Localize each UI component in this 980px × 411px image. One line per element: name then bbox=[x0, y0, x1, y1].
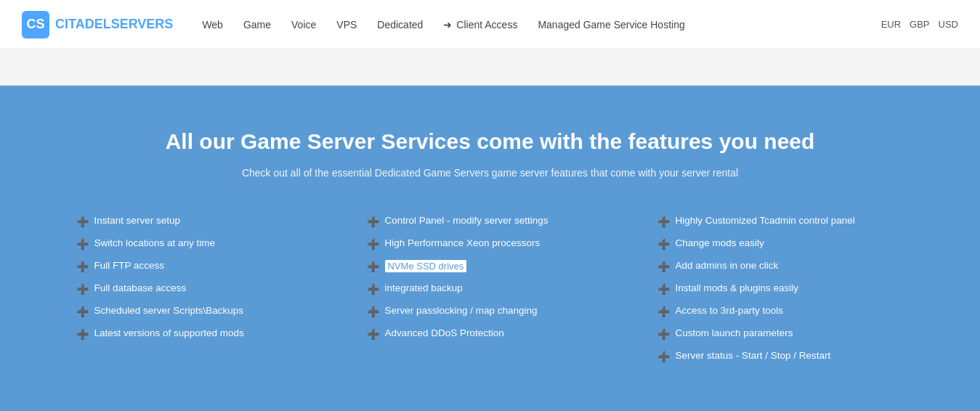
list-item: ➕ Highly Customized Tcadmin control pane… bbox=[657, 215, 904, 227]
client-access-arrow-icon: ➜ bbox=[443, 19, 452, 30]
list-item: ➕ NVMe SSD drives bbox=[367, 260, 614, 272]
feature-label: Switch locations at any time bbox=[94, 237, 216, 248]
list-item: ➕ integrated backup bbox=[367, 282, 614, 295]
feature-label: Custom launch parameters bbox=[676, 327, 793, 338]
list-item: ➕ Custom launch parameters bbox=[657, 327, 904, 340]
feature-label: integrated backup bbox=[385, 282, 463, 293]
list-item: ➕ Full FTP access bbox=[76, 260, 323, 272]
nav-link-game[interactable]: Game bbox=[243, 19, 271, 30]
list-item: ➕ Latest versions of supported mods bbox=[76, 327, 323, 340]
feature-label: Access to 3rd-party tools bbox=[676, 305, 784, 316]
plus-icon: ➕ bbox=[76, 328, 89, 340]
nav-link-web[interactable]: Web bbox=[202, 19, 223, 30]
feature-label: Change mods easily bbox=[676, 237, 764, 248]
nav-left: CS CITADELSERVERS Web Game Voice VPS Ded… bbox=[22, 11, 685, 38]
plus-icon: ➕ bbox=[76, 306, 89, 317]
list-item: ➕ Control Panel - modify server settings bbox=[367, 215, 614, 227]
feature-label: Instant server setup bbox=[94, 215, 181, 226]
nav-currency-group: EUR GBP USD bbox=[881, 19, 958, 30]
features-col-1: ➕ Instant server setup ➕ Switch location… bbox=[54, 215, 345, 373]
features-col-3: ➕ Highly Customized Tcadmin control pane… bbox=[636, 215, 926, 373]
plus-icon: ➕ bbox=[657, 328, 670, 340]
hero-subtitle: Check out all of the essential Dedicated… bbox=[15, 167, 965, 179]
nav-links: Web Game Voice VPS Dedicated ➜ Client Ac… bbox=[202, 19, 684, 30]
features-grid: ➕ Instant server setup ➕ Switch location… bbox=[54, 215, 926, 373]
logo-text: CITADELSERVERS bbox=[55, 17, 173, 32]
feature-label: Scheduled server Scripts\Backups bbox=[94, 305, 244, 316]
logo-icon: CS bbox=[22, 11, 49, 38]
feature-label: Control Panel - modify server settings bbox=[385, 215, 548, 226]
nav-link-voice[interactable]: Voice bbox=[291, 19, 316, 30]
list-item: ➕ Install mods & plugins easily bbox=[657, 282, 904, 295]
client-access-label: Client Access bbox=[456, 19, 517, 30]
list-item: ➕ Access to 3rd-party tools bbox=[657, 305, 904, 317]
feature-label: Latest versions of supported mods bbox=[94, 327, 244, 338]
currency-gbp[interactable]: GBP bbox=[910, 19, 929, 30]
feature-label: Install mods & plugins easily bbox=[676, 282, 799, 293]
list-item: ➕ Advanced DDoS Protection bbox=[367, 327, 614, 340]
gray-bar bbox=[0, 49, 980, 86]
plus-icon: ➕ bbox=[76, 283, 89, 295]
plus-icon: ➕ bbox=[367, 283, 379, 295]
list-item: ➕ Add admins in one click bbox=[657, 260, 904, 272]
nav-link-dedicated[interactable]: Dedicated bbox=[377, 19, 423, 30]
feature-label: Full database access bbox=[94, 282, 187, 293]
feature-label: Advanced DDoS Protection bbox=[385, 327, 504, 338]
plus-icon: ➕ bbox=[367, 306, 379, 317]
feature-label: Server passlocking / map changing bbox=[385, 305, 538, 316]
feature-label: Full FTP access bbox=[94, 260, 165, 271]
nvme-highlight: NVMe SSD drives bbox=[385, 260, 467, 272]
nav-link-managed[interactable]: Managed Game Service Hosting bbox=[538, 19, 684, 30]
list-item: ➕ Instant server setup bbox=[76, 215, 323, 227]
nav-link-vps[interactable]: VPS bbox=[336, 19, 357, 30]
list-item: ➕ Switch locations at any time bbox=[76, 237, 323, 250]
list-item: ➕ Change mods easily bbox=[657, 237, 904, 250]
plus-icon: ➕ bbox=[657, 238, 670, 250]
plus-icon: ➕ bbox=[76, 216, 89, 227]
plus-icon: ➕ bbox=[657, 261, 670, 272]
plus-icon: ➕ bbox=[367, 328, 379, 340]
plus-icon: ➕ bbox=[657, 283, 670, 295]
nav-link-client-access[interactable]: ➜ Client Access bbox=[443, 19, 517, 30]
feature-label: High Performance Xeon processors bbox=[385, 237, 540, 248]
logo-citadel: CITADEL bbox=[55, 17, 111, 31]
currency-eur[interactable]: EUR bbox=[881, 19, 901, 30]
plus-icon: ➕ bbox=[76, 238, 89, 250]
feature-label: Server status - Start / Stop / Restart bbox=[676, 350, 831, 361]
list-item: ➕ High Performance Xeon processors bbox=[367, 237, 614, 250]
feature-label: Highly Customized Tcadmin control panel bbox=[676, 215, 855, 226]
list-item: ➕ Server status - Start / Stop / Restart bbox=[657, 350, 904, 362]
list-item: ➕ Server passlocking / map changing bbox=[367, 305, 614, 317]
hero-title: All our Game Server Services come with t… bbox=[15, 129, 965, 154]
plus-icon: ➕ bbox=[76, 261, 89, 272]
list-item: ➕ Scheduled server Scripts\Backups bbox=[76, 305, 323, 317]
features-col-2: ➕ Control Panel - modify server settings… bbox=[345, 215, 636, 373]
plus-icon: ➕ bbox=[657, 351, 670, 362]
plus-icon: ➕ bbox=[367, 261, 379, 272]
navbar: CS CITADELSERVERS Web Game Voice VPS Ded… bbox=[0, 0, 980, 49]
logo-servers: SERVERS bbox=[111, 17, 174, 31]
logo[interactable]: CS CITADELSERVERS bbox=[22, 11, 173, 38]
hero-section: All our Game Server Services come with t… bbox=[0, 86, 980, 411]
feature-label: Add admins in one click bbox=[676, 260, 779, 271]
plus-icon: ➕ bbox=[367, 238, 379, 250]
list-item: ➕ Full database access bbox=[76, 282, 323, 295]
plus-icon: ➕ bbox=[367, 216, 379, 227]
plus-icon: ➕ bbox=[657, 306, 670, 317]
currency-usd[interactable]: USD bbox=[939, 19, 958, 30]
plus-icon: ➕ bbox=[657, 216, 670, 227]
